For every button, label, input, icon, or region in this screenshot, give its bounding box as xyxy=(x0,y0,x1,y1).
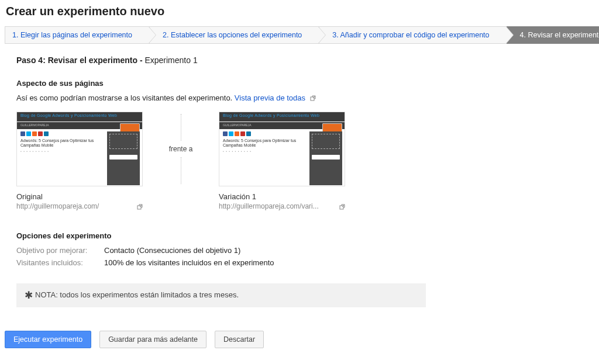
wizard-steps: 1. Elegir las páginas del experimento 2.… xyxy=(5,26,594,44)
mock-article-title: Adwords: 5 Consejos para Optimizar tus C… xyxy=(20,138,104,148)
mock-article-title: Adwords: 5 Consejos para Optimizar tus C… xyxy=(223,138,306,148)
mock-site-title: Blog de Google Adwords y Posicionamiento… xyxy=(223,113,319,117)
preview-thumb-variation-1[interactable]: Blog de Google Adwords y Posicionamiento… xyxy=(219,112,345,186)
mock-dots: • • • • • • • • • • xyxy=(20,150,104,153)
mock-social-icons xyxy=(20,131,104,136)
appearance-intro-text: Así es como podrían mostrarse a los visi… xyxy=(16,93,232,102)
step-title: Paso 4: Revisar el experimento - Experim… xyxy=(16,56,594,65)
preview-url-variation-1: http://guillermopareja.com/vari... xyxy=(219,202,319,210)
options-heading: Opciones del experimento xyxy=(16,231,594,240)
preview-all-link[interactable]: Vista previa de todas xyxy=(235,93,305,102)
external-link-icon xyxy=(310,94,316,100)
option-label-visitors: Visitantes incluidos: xyxy=(16,258,104,267)
appearance-intro: Así es como podrían mostrarse a los visi… xyxy=(16,93,594,102)
action-buttons: Ejecutar experimento Guardar para más ad… xyxy=(5,331,594,348)
save-later-button[interactable]: Guardar para más adelante xyxy=(99,331,206,348)
preview-thumb-original[interactable]: Blog de Google Adwords y Posicionamiento… xyxy=(16,112,143,186)
mock-sidebar xyxy=(107,131,140,185)
experiment-options: Opciones del experimento Objetivo por me… xyxy=(16,231,594,267)
wizard-step-1[interactable]: 1. Elegir las páginas del experimento xyxy=(5,26,149,44)
page-previews: Blog de Google Adwords y Posicionamiento… xyxy=(16,112,594,210)
open-original-icon[interactable] xyxy=(137,203,143,209)
preview-url-original: http://guillermopareja.com/ xyxy=(16,202,99,210)
mock-site-sub: GUILLERMOPAREJA xyxy=(223,123,252,127)
option-label-goal: Objetivo por mejorar: xyxy=(16,246,104,255)
experiment-name: Experimento 1 xyxy=(144,56,197,65)
mock-site-sub: GUILLERMOPAREJA xyxy=(20,123,49,127)
preview-card-variation-1: Blog de Google Adwords y Posicionamiento… xyxy=(219,112,345,210)
mock-site-title: Blog de Google Adwords y Posicionamiento… xyxy=(20,113,117,117)
preview-label-variation-1: Variación 1 xyxy=(219,192,345,201)
mock-social-icons xyxy=(223,131,306,136)
note-text: NOTA: todos los experimentos están limit… xyxy=(35,290,239,299)
wizard-step-2[interactable]: 2. Establecer las opciones del experimen… xyxy=(149,26,319,44)
open-variation-1-icon[interactable] xyxy=(339,203,345,209)
mock-sidebar xyxy=(309,131,342,185)
run-experiment-button[interactable]: Ejecutar experimento xyxy=(5,331,91,348)
option-value-goal: Contacto (Consecuciones del objetivo 1) xyxy=(104,246,240,255)
appearance-heading: Aspecto de sus páginas xyxy=(16,79,594,88)
wizard-step-3[interactable]: 3. Añadir y comprobar el código del expe… xyxy=(319,26,506,44)
page-title: Crear un experimento nuevo xyxy=(6,5,594,18)
option-value-visitors: 100% de los visitantes incluidos en el e… xyxy=(104,258,274,267)
versus-label: frente a xyxy=(143,112,219,186)
mock-dots: • • • • • • • • • • xyxy=(223,150,306,153)
discard-button[interactable]: Descartar xyxy=(215,331,264,348)
asterisk-icon: ✱ xyxy=(25,290,33,301)
preview-card-original: Blog de Google Adwords y Posicionamiento… xyxy=(16,112,143,210)
duration-note: ✱NOTA: todos los experimentos están limi… xyxy=(16,283,426,307)
preview-label-original: Original xyxy=(16,192,143,201)
wizard-step-4: 4. Revisar el experimento xyxy=(507,26,599,44)
step-title-bold: Paso 4: Revisar el experimento - xyxy=(16,56,144,65)
